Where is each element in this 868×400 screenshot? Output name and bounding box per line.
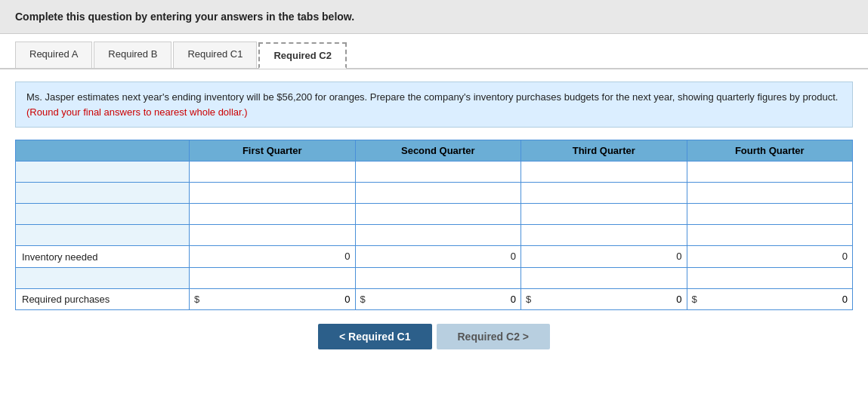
value-inventory-q2: 0 — [355, 246, 521, 268]
input-r4-q4[interactable] — [687, 225, 853, 245]
input-cell-r6-q4[interactable] — [687, 268, 853, 289]
value-inventory-q1: 0 — [190, 246, 356, 268]
content-area: Ms. Jasper estimates next year's ending … — [0, 69, 868, 362]
input-rp-q4[interactable] — [700, 292, 852, 306]
input-r3-q3[interactable] — [521, 204, 687, 224]
instruction-text: Complete this question by entering your … — [15, 11, 354, 23]
input-r6-q2[interactable] — [356, 268, 521, 288]
input-r6-q1[interactable] — [190, 268, 355, 288]
nav-buttons: < Required C1 Required C2 > — [15, 324, 853, 349]
input-rp-q3[interactable] — [534, 292, 686, 306]
input-cell-r6-q1[interactable] — [190, 268, 356, 289]
input-cell-r4-q4[interactable] — [687, 225, 853, 246]
input-r4-q2[interactable] — [356, 225, 521, 245]
input-r2-q2[interactable] — [356, 183, 521, 203]
col-header-fourth-quarter: Fourth Quarter — [687, 140, 853, 162]
info-text-plain: Ms. Jasper estimates next year's ending … — [26, 91, 838, 103]
col-header-label — [16, 140, 190, 162]
col-header-second-quarter: Second Quarter — [355, 140, 521, 162]
info-box: Ms. Jasper estimates next year's ending … — [15, 82, 853, 128]
input-cell-r3-q2[interactable] — [355, 204, 521, 225]
table-row-required-purchases: Required purchases $ $ $ — [16, 289, 853, 310]
input-cell-r1-q3[interactable] — [521, 162, 687, 183]
currency-symbol-q1: $ — [190, 294, 202, 305]
input-cell-r2-q1[interactable] — [190, 183, 356, 204]
currency-symbol-q3: $ — [521, 294, 534, 305]
input-r3-q4[interactable] — [687, 204, 853, 224]
row-label-6 — [16, 268, 190, 289]
input-r6-q3[interactable] — [521, 268, 687, 288]
input-r2-q3[interactable] — [521, 183, 687, 203]
row-label-2 — [16, 183, 190, 204]
tab-required-b[interactable]: Required B — [94, 42, 171, 68]
input-cell-r6-q2[interactable] — [355, 268, 521, 289]
table-row — [16, 204, 853, 225]
currency-cell-rp-q4[interactable]: $ — [687, 289, 853, 310]
row-label-inventory-needed: Inventory needed — [16, 246, 190, 268]
currency-cell-rp-q3[interactable]: $ — [521, 289, 687, 310]
prev-button[interactable]: < Required C1 — [318, 324, 432, 349]
input-cell-r3-q3[interactable] — [521, 204, 687, 225]
tab-required-c1[interactable]: Required C1 — [173, 42, 257, 68]
input-r1-q3[interactable] — [521, 162, 687, 182]
input-cell-r3-q1[interactable] — [190, 204, 356, 225]
input-r1-q4[interactable] — [687, 162, 853, 182]
input-r1-q1[interactable] — [190, 162, 355, 182]
input-cell-r2-q4[interactable] — [687, 183, 853, 204]
input-r3-q2[interactable] — [356, 204, 521, 224]
info-text-highlight: (Round your final answers to nearest who… — [26, 106, 248, 118]
row-label-3 — [16, 204, 190, 225]
table-row — [16, 268, 853, 289]
row-label-1 — [16, 162, 190, 183]
tab-required-a[interactable]: Required A — [15, 42, 92, 68]
currency-symbol-q4: $ — [687, 294, 700, 305]
input-rp-q2[interactable] — [369, 292, 520, 306]
input-r6-q4[interactable] — [687, 268, 853, 288]
currency-cell-rp-q2[interactable]: $ — [355, 289, 521, 310]
col-header-first-quarter: First Quarter — [190, 140, 356, 162]
input-r3-q1[interactable] — [190, 204, 355, 224]
table-row — [16, 183, 853, 204]
input-rp-q1[interactable] — [202, 292, 354, 306]
input-cell-r2-q2[interactable] — [355, 183, 521, 204]
currency-cell-rp-q1[interactable]: $ — [190, 289, 356, 310]
table-row — [16, 162, 853, 183]
input-cell-r1-q4[interactable] — [687, 162, 853, 183]
input-r1-q2[interactable] — [356, 162, 521, 182]
budget-table: First Quarter Second Quarter Third Quart… — [15, 140, 853, 310]
value-inventory-q4: 0 — [687, 246, 853, 268]
tabs-container: Required A Required B Required C1 Requir… — [0, 34, 868, 69]
input-cell-r4-q3[interactable] — [521, 225, 687, 246]
input-r2-q1[interactable] — [190, 183, 355, 203]
next-button[interactable]: Required C2 > — [437, 324, 551, 349]
instruction-bar: Complete this question by entering your … — [0, 0, 868, 34]
input-cell-r2-q3[interactable] — [521, 183, 687, 204]
currency-symbol-q2: $ — [356, 294, 369, 305]
table-row — [16, 225, 853, 246]
input-cell-r4-q1[interactable] — [190, 225, 356, 246]
row-label-4 — [16, 225, 190, 246]
tab-required-c2[interactable]: Required C2 — [258, 42, 347, 69]
input-cell-r3-q4[interactable] — [687, 204, 853, 225]
col-header-third-quarter: Third Quarter — [521, 140, 687, 162]
input-cell-r1-q2[interactable] — [355, 162, 521, 183]
input-r2-q4[interactable] — [687, 183, 853, 203]
input-cell-r6-q3[interactable] — [521, 268, 687, 289]
table-row-inventory-needed: Inventory needed 0 0 0 0 — [16, 246, 853, 268]
row-label-required-purchases: Required purchases — [16, 289, 190, 310]
value-inventory-q3: 0 — [521, 246, 687, 268]
input-cell-r4-q2[interactable] — [355, 225, 521, 246]
input-r4-q1[interactable] — [190, 225, 355, 245]
input-r4-q3[interactable] — [521, 225, 687, 245]
input-cell-r1-q1[interactable] — [190, 162, 356, 183]
